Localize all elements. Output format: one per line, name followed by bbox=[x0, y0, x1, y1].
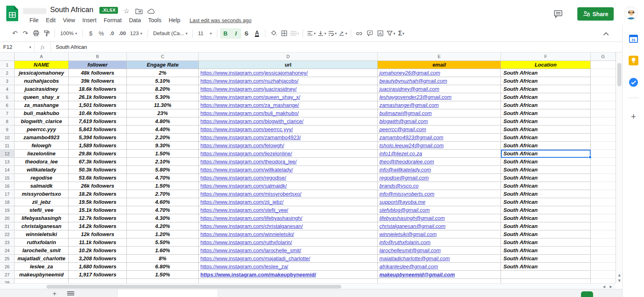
cell-E7[interactable]: bulimazwi@gmail.com bbox=[378, 109, 501, 117]
cell-A17[interactable]: missyrobertsxo bbox=[15, 190, 69, 198]
cell-C17[interactable]: 2.70% bbox=[127, 190, 199, 198]
cell-D12[interactable]: https://www.instagram.com/liezelonline/ bbox=[199, 150, 378, 158]
cell-B21[interactable]: 14.2k followers bbox=[69, 222, 127, 230]
cell-E6[interactable]: zamashange@gmail.com bbox=[378, 101, 501, 109]
row-header-15[interactable]: 15 bbox=[0, 174, 15, 182]
cell-C20[interactable]: 4.30% bbox=[127, 214, 199, 222]
cell-G6[interactable] bbox=[591, 101, 616, 109]
cell-C18[interactable]: 4.60% bbox=[127, 198, 199, 206]
cell-B22[interactable]: 12k followers bbox=[69, 230, 127, 238]
cell-E3[interactable]: beautybynuzhah@gmail.com bbox=[378, 77, 501, 85]
borders-button[interactable] bbox=[279, 28, 289, 39]
cell-C11[interactable]: 9.30% bbox=[127, 142, 199, 150]
cell-A11[interactable]: felowgh bbox=[15, 142, 69, 150]
row-header-17[interactable]: 17 bbox=[0, 190, 15, 198]
cell-C3[interactable]: 5.10% bbox=[127, 77, 199, 85]
cell-B24[interactable]: 10.2k followers bbox=[69, 247, 127, 255]
decimal-decrease-button[interactable]: .0 bbox=[107, 28, 117, 39]
cell-D4[interactable]: https://www.instagram.com/juacirasidney/ bbox=[199, 85, 378, 93]
add-sheet-button[interactable]: + bbox=[50, 290, 59, 297]
cell-B6[interactable]: 1,501 followers bbox=[69, 101, 127, 109]
calendar-icon[interactable]: 31 bbox=[629, 34, 638, 44]
cell-F8[interactable]: South African bbox=[501, 117, 591, 125]
cell-B27[interactable]: 1,917 followers bbox=[69, 271, 127, 279]
fill-color-button[interactable] bbox=[268, 28, 279, 39]
row-header-18[interactable]: 18 bbox=[0, 198, 15, 206]
cell-D26[interactable]: https://www.instagram.com/leslee_za/ bbox=[199, 263, 378, 271]
cell-A27[interactable]: makeupbyneemid bbox=[15, 271, 69, 279]
cell-B8[interactable]: 7,619 followers bbox=[69, 117, 127, 125]
menu-format[interactable]: Format bbox=[100, 16, 125, 24]
row-header-16[interactable]: 16 bbox=[0, 182, 15, 190]
horizontal-scrollbar[interactable]: ◀ ▶ bbox=[0, 283, 616, 289]
paint-format-button[interactable] bbox=[41, 28, 52, 39]
col-header-C[interactable]: C bbox=[127, 52, 199, 61]
row-header-4[interactable]: 4 bbox=[0, 85, 15, 93]
cell-E20[interactable]: lifebyashasingh@gmail.com bbox=[378, 214, 501, 222]
row-header-26[interactable]: 26 bbox=[0, 263, 15, 271]
cell-A23[interactable]: ruthxfolarin bbox=[15, 238, 69, 247]
cell-B12[interactable]: 29.8k followers bbox=[69, 150, 127, 158]
cell-A20[interactable]: lifebyashasingh bbox=[15, 214, 69, 222]
cell-F15[interactable]: South African bbox=[501, 174, 591, 182]
horizontal-align-select[interactable]: ▾ bbox=[306, 28, 316, 39]
cell-D17[interactable]: https://www.instagram.com/missyrobertsxo… bbox=[199, 190, 378, 198]
cell-G1[interactable] bbox=[591, 61, 616, 69]
cell-A5[interactable]: queen_shay_x bbox=[15, 93, 69, 101]
row-header-13[interactable]: 13 bbox=[0, 158, 15, 166]
row-header-8[interactable]: 8 bbox=[0, 117, 15, 125]
col-header-A[interactable]: A bbox=[15, 52, 69, 61]
scroll-up-button[interactable]: ▲ bbox=[617, 272, 622, 278]
cell-F5[interactable]: South African bbox=[501, 93, 591, 101]
tasks-icon[interactable] bbox=[629, 77, 638, 87]
cell-G25[interactable] bbox=[591, 255, 616, 263]
cell-G4[interactable] bbox=[591, 85, 616, 93]
all-sheets-button[interactable] bbox=[67, 291, 74, 296]
cell-A9[interactable]: peerrcc.yyy bbox=[15, 125, 69, 134]
keep-icon[interactable] bbox=[629, 56, 638, 65]
cell-A6[interactable]: za_mashange bbox=[15, 101, 69, 109]
cell-F7[interactable]: South African bbox=[501, 109, 591, 117]
vertical-scrollbar[interactable]: ▲ ▼ bbox=[616, 52, 622, 283]
cell-E11[interactable]: tsholo.leeuw24@gmail.com bbox=[378, 142, 501, 150]
cell-C10[interactable]: 2.20% bbox=[127, 134, 199, 142]
menu-file[interactable]: File bbox=[26, 16, 42, 24]
cell-D27[interactable]: https://www.instagram.com/makeupbyneemid… bbox=[199, 271, 378, 279]
italic-button[interactable]: I bbox=[231, 28, 241, 39]
row-header-22[interactable]: 22 bbox=[0, 230, 15, 238]
cell-A14[interactable]: willkatelady bbox=[15, 166, 69, 174]
cell-C2[interactable]: 2% bbox=[127, 69, 199, 77]
cell-E22[interactable]: winnieletsiki@gmail.com bbox=[378, 230, 501, 238]
menu-tools[interactable]: Tools bbox=[145, 16, 165, 24]
cell-A12[interactable]: liezelonline bbox=[15, 150, 69, 158]
sheet-tab[interactable] bbox=[117, 289, 218, 297]
col-header-G[interactable]: G bbox=[591, 52, 616, 61]
cell-A8[interactable]: blogwith_clarice bbox=[15, 117, 69, 125]
cell-C9[interactable]: 4.40% bbox=[127, 125, 199, 134]
cell-G11[interactable] bbox=[591, 142, 616, 150]
cell-F27[interactable] bbox=[501, 271, 591, 279]
cell-B19[interactable]: 15.1k followers bbox=[69, 206, 127, 214]
cell-A4[interactable]: juacirasidney bbox=[15, 85, 69, 93]
cell-A3[interactable]: nuzhahjacobs bbox=[15, 77, 69, 85]
cell-B13[interactable]: 67.3k followers bbox=[69, 158, 127, 166]
cell-G5[interactable] bbox=[591, 93, 616, 101]
cell-E9[interactable]: peerrcc@gmail.com bbox=[378, 125, 501, 134]
cell-D8[interactable]: https://www.instagram.com/blogwith_clari… bbox=[199, 117, 378, 125]
menu-view[interactable]: View bbox=[59, 16, 79, 24]
cell-F6[interactable]: South African bbox=[501, 101, 591, 109]
cell-E18[interactable]: support@ayoba.me bbox=[378, 198, 501, 206]
cell-A19[interactable]: stefii_vee bbox=[15, 206, 69, 214]
cell-G3[interactable] bbox=[591, 77, 616, 85]
cell-C26[interactable]: 6.80% bbox=[127, 263, 199, 271]
cell-B10[interactable]: 5,394 followers bbox=[69, 134, 127, 142]
cell-G19[interactable] bbox=[591, 206, 616, 214]
cell-F22[interactable]: South African bbox=[501, 230, 591, 238]
cell-E26[interactable]: afrikanleslee@gmail.com bbox=[378, 263, 501, 271]
cell-B5[interactable]: 26.1k followers bbox=[69, 93, 127, 101]
row-header-9[interactable]: 9 bbox=[0, 125, 15, 134]
cell-D14[interactable]: https://www.instagram.com/willkatelady/ bbox=[199, 166, 378, 174]
cell-C19[interactable]: 4.70% bbox=[127, 206, 199, 214]
cell-D3[interactable]: https://www.instagram.com/nuzhahjacobs/ bbox=[199, 77, 378, 85]
cell-F28[interactable] bbox=[501, 279, 591, 283]
